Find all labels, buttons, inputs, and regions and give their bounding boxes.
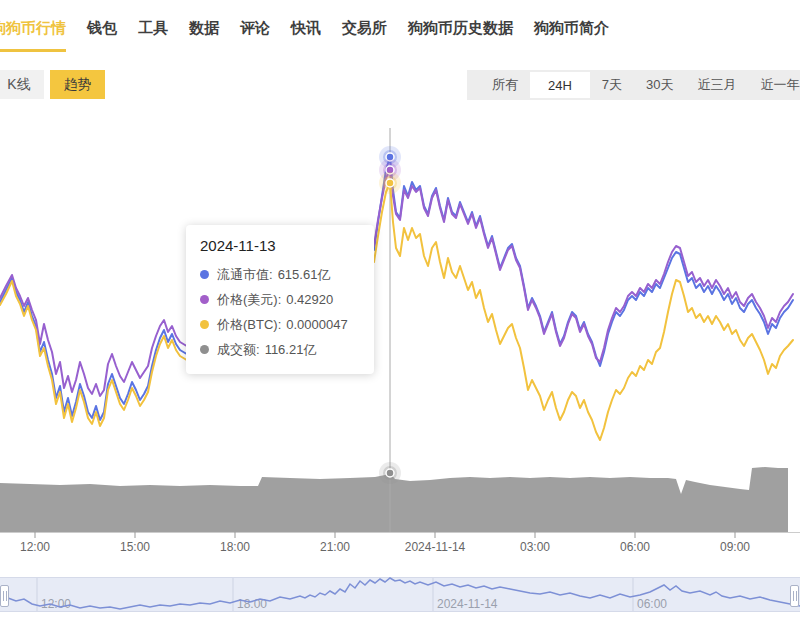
chart-tooltip: 2024-11-13 流通市值: 615.61亿 价格(美元): 0.42920… [186, 225, 374, 374]
range-button-24h[interactable]: 24H [530, 72, 590, 98]
nav-item-tools[interactable]: 工具 [138, 19, 168, 38]
navigator-tick-label: 2024-11-14 [437, 597, 498, 611]
tab-kline[interactable]: K线 [0, 70, 44, 99]
x-axis-tick-label: 2024-11-14 [405, 540, 466, 554]
nav-item-exchanges[interactable]: 交易所 [342, 19, 387, 38]
time-range-group: 所有 24H 7天 30天 近三月 近一年 [467, 70, 800, 100]
marketcap-series-dot-icon [200, 270, 209, 279]
tooltip-row-marketcap: 流通市值: 615.61亿 [200, 262, 360, 287]
usd-price-series-dot-icon [200, 295, 209, 304]
x-axis-tick-label: 15:00 [120, 540, 150, 554]
navigator-tick-label: 18:00 [237, 597, 267, 611]
top-nav: 狗狗币行情 钱包 工具 数据 评论 快讯 交易所 狗狗币历史数据 狗狗币简介 [0, 0, 800, 56]
range-button-3m[interactable]: 近三月 [686, 72, 749, 98]
nav-item-data[interactable]: 数据 [189, 19, 219, 38]
x-axis-tick-label: 12:00 [20, 540, 50, 554]
nav-item-news[interactable]: 快讯 [291, 19, 321, 38]
range-button-1y[interactable]: 近一年 [749, 72, 800, 98]
nav-item-comments[interactable]: 评论 [240, 19, 270, 38]
tab-trend[interactable]: 趋势 [50, 70, 105, 99]
nav-item-doge-intro[interactable]: 狗狗币简介 [534, 19, 609, 38]
nav-item-doge-history[interactable]: 狗狗币历史数据 [408, 19, 513, 38]
volume-series-dot-icon [200, 345, 209, 354]
nav-item-doge-market[interactable]: 狗狗币行情 [0, 19, 66, 38]
tooltip-row-price-btc: 价格(BTC): 0.0000047 [200, 312, 360, 337]
range-button-7d[interactable]: 7天 [590, 72, 634, 98]
datazoom-right-handle[interactable] [790, 585, 799, 607]
tooltip-date: 2024-11-13 [200, 237, 360, 254]
datazoom-navigator[interactable] [0, 577, 800, 612]
chart-toolbar: K线 趋势 所有 24H 7天 30天 近三月 近一年 [0, 70, 800, 100]
x-axis-tick-label: 06:00 [620, 540, 650, 554]
nav-item-wallet[interactable]: 钱包 [87, 19, 117, 38]
tooltip-row-price-usd: 价格(美元): 0.42920 [200, 287, 360, 312]
x-axis-tick-label: 21:00 [320, 540, 350, 554]
range-button-all[interactable]: 所有 [480, 72, 530, 98]
x-axis-tick-label: 09:00 [720, 540, 750, 554]
navigator-tick-label: 12:00 [41, 597, 71, 611]
datazoom-left-handle[interactable] [0, 585, 9, 607]
x-axis-tick-label: 18:00 [220, 540, 250, 554]
x-axis-tick-label: 03:00 [520, 540, 550, 554]
range-button-30d[interactable]: 30天 [634, 72, 685, 98]
btc-price-series-dot-icon [200, 320, 209, 329]
tooltip-row-volume: 成交额: 116.21亿 [200, 337, 360, 362]
dogecoin-market-page: 狗狗币行情 钱包 工具 数据 评论 快讯 交易所 狗狗币历史数据 狗狗币简介 K… [0, 0, 800, 619]
price-chart-area[interactable] [0, 120, 800, 560]
navigator-tick-label: 06:00 [637, 597, 667, 611]
